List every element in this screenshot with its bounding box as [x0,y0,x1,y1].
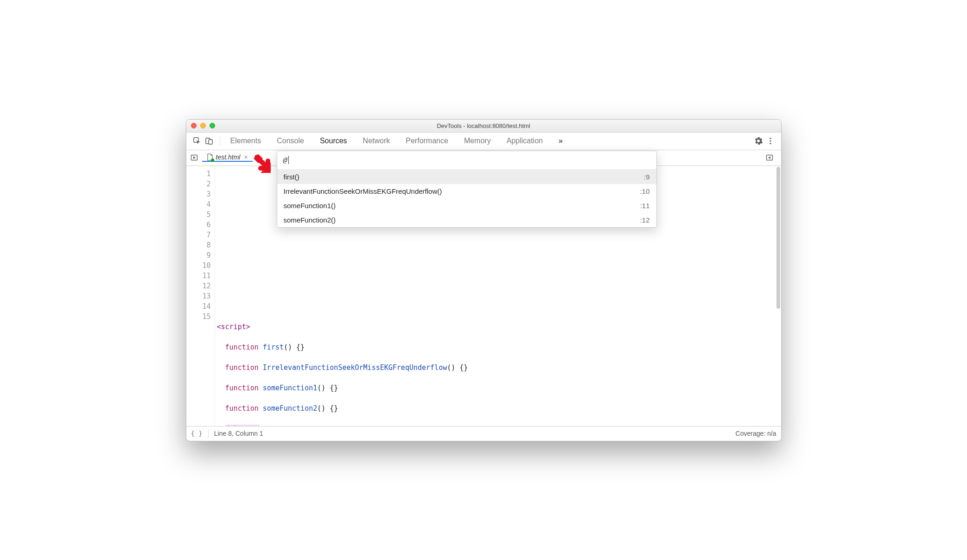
autocomplete-item[interactable]: first() :9 [277,170,656,184]
panel-tabs: Elements Console Sources Network Perform… [229,134,564,148]
file-tab-label: test.html [216,153,241,161]
minimize-window-button[interactable] [200,123,206,128]
tabs-overflow-icon[interactable]: » [558,134,564,148]
autocomplete-item-line: :10 [640,187,650,195]
goto-symbol-popup: @ first() :9 IrrelevantFunctionSeekOrMis… [277,151,657,228]
maximize-window-button[interactable] [210,123,215,128]
devtools-window: DevTools - localhost:8080/test.html Elem… [186,119,782,441]
titlebar: DevTools - localhost:8080/test.html [186,120,781,133]
autocomplete-item[interactable]: someFunction1() :11 [277,198,656,213]
coverage-status: Coverage: n/a [736,430,776,437]
status-bar: { } Line 8, Column 1 Coverage: n/a [186,426,781,441]
tab-performance[interactable]: Performance [405,134,449,148]
svg-point-4 [770,140,771,141]
debugger-pane-toggle-icon[interactable] [762,153,777,162]
file-tab-test-html[interactable]: test.html × [202,153,253,162]
inspect-element-icon[interactable] [191,135,203,147]
autocomplete-item-line: :12 [640,216,650,224]
document-icon [207,153,213,161]
close-tab-icon[interactable]: × [244,153,248,161]
autocomplete-item[interactable]: someFunction2() :12 [277,213,656,227]
tab-memory[interactable]: Memory [463,134,492,148]
svg-point-5 [770,143,771,144]
autocomplete-item-name: IrrelevantFunctionSeekOrMissEKGFreqUnder… [284,187,640,195]
tab-network[interactable]: Network [362,134,391,148]
pretty-print-icon[interactable]: { } [191,430,203,437]
close-window-button[interactable] [191,123,197,128]
autocomplete-item-name: first() [284,173,644,181]
autocomplete-item-line: :11 [640,202,650,210]
autocomplete-item-line: :9 [644,173,650,181]
scrollbar-thumb[interactable] [776,167,780,309]
tab-application[interactable]: Application [506,134,544,148]
text-caret [288,156,289,164]
device-toggle-icon[interactable] [203,135,215,147]
autocomplete-item-name: someFunction1() [284,202,640,210]
settings-gear-icon[interactable] [752,135,764,147]
separator [220,136,220,146]
main-toolbar: Elements Console Sources Network Perform… [186,133,781,150]
tab-console[interactable]: Console [276,134,305,148]
scrollbar[interactable] [776,167,780,425]
navigator-toggle-icon[interactable] [186,153,202,162]
autocomplete-item-name: someFunction2() [284,216,640,224]
tab-sources[interactable]: Sources [319,134,348,148]
goto-symbol-input-text: @ [283,156,287,164]
tab-elements[interactable]: Elements [229,134,262,148]
line-gutter: 123 456 789 101112 131415 [186,166,215,426]
svg-rect-2 [209,140,212,144]
goto-symbol-input[interactable]: @ [277,151,656,170]
separator [208,429,209,438]
autocomplete-item[interactable]: IrrelevantFunctionSeekOrMissEKGFreqUnder… [277,184,656,198]
traffic-lights [191,123,215,128]
more-menu-icon[interactable] [764,135,776,147]
svg-point-3 [770,138,771,139]
cursor-position: Line 8, Column 1 [214,430,263,437]
window-title: DevTools - localhost:8080/test.html [186,122,781,129]
